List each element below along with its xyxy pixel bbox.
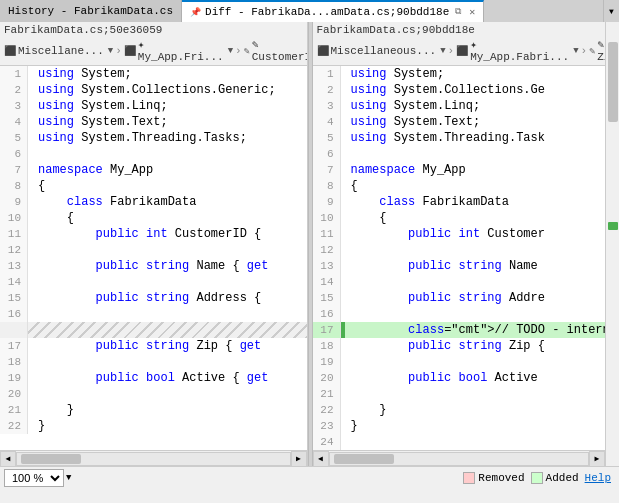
table-row: 8{ <box>313 178 606 194</box>
right-breadcrumb-zip[interactable]: ✎ ✎ Zip ▼ <box>589 38 605 63</box>
line-number: 12 <box>313 242 341 258</box>
line-content: using System.Text; <box>32 114 307 130</box>
history-tab[interactable]: History - FabrikamData.cs <box>0 0 182 22</box>
line-number: 8 <box>0 178 28 194</box>
line-content <box>345 146 606 162</box>
line-number: 4 <box>0 114 28 130</box>
help-link[interactable]: Help <box>585 472 611 484</box>
right-h-scrollbar[interactable] <box>329 452 590 466</box>
line-number: 16 <box>0 306 28 322</box>
right-breadcrumb-app[interactable]: ⬛ ✦ My_App.Fabri... ▼ <box>456 38 578 63</box>
left-breadcrumb-misc[interactable]: ⬛ Miscellane... ▼ <box>4 45 113 57</box>
line-content: public int Customer <box>345 226 606 242</box>
line-content <box>32 242 307 258</box>
misc-icon: ⬛ <box>4 45 16 57</box>
line-content <box>345 306 606 322</box>
line-number: 22 <box>0 418 28 434</box>
line-number <box>0 322 28 338</box>
tab-overflow-button[interactable]: ▼ <box>603 0 619 22</box>
line-content: class FabrikamData <box>345 194 606 210</box>
zoom-control: 100 % 50 % 75 % 125 % 150 % ▼ <box>4 469 71 487</box>
right-diff-pane: FabrikamData.cs;90bdd18e ⬛ Miscellaneous… <box>313 22 606 466</box>
line-number: 5 <box>313 130 341 146</box>
table-row: 20 public bool Active <box>313 370 606 386</box>
right-breadcrumb-sep-1: › <box>448 45 455 57</box>
right-breadcrumb-app-label: ✦ My_App.Fabri... <box>470 38 569 63</box>
line-number: 10 <box>0 210 28 226</box>
diff-view: FabrikamData.cs;50e36059 ⬛ Miscellane...… <box>0 22 619 466</box>
line-number: 23 <box>313 418 341 434</box>
table-row: 10 { <box>313 210 606 226</box>
line-content: { <box>32 178 307 194</box>
line-content: namespace My_App <box>345 162 606 178</box>
left-breadcrumb-app-dropdown[interactable]: ▼ <box>228 46 233 56</box>
left-h-scrollbar[interactable] <box>16 452 291 466</box>
right-breadcrumb-misc[interactable]: ⬛ Miscellaneous... ▼ <box>317 45 446 57</box>
line-number: 12 <box>0 242 28 258</box>
diff-tab-close[interactable]: ✕ <box>469 6 475 18</box>
vertical-scrollbar[interactable] <box>605 22 619 466</box>
table-row: 23} <box>313 418 606 434</box>
tab-bar-empty <box>484 0 603 22</box>
edit-icon-right: ✎ <box>589 45 595 57</box>
right-code-content: 1using System;2using System.Collections.… <box>313 66 606 450</box>
removed-legend-box <box>463 472 475 484</box>
line-number: 22 <box>313 402 341 418</box>
edit-icon: ✎ <box>244 45 250 57</box>
line-content: { <box>345 210 606 226</box>
chevron-down-icon: ▼ <box>609 7 614 16</box>
line-number: 6 <box>313 146 341 162</box>
line-content <box>32 322 307 338</box>
line-number: 4 <box>313 114 341 130</box>
line-number: 15 <box>0 290 28 306</box>
table-row: 16 <box>0 306 307 322</box>
added-annotation <box>608 222 618 230</box>
table-row: 18 <box>0 354 307 370</box>
line-number: 11 <box>0 226 28 242</box>
line-content <box>345 242 606 258</box>
line-number: 2 <box>313 82 341 98</box>
left-breadcrumb-app[interactable]: ⬛ ✦ My_App.Fri... ▼ <box>124 38 233 63</box>
line-number: 15 <box>313 290 341 306</box>
table-row: 14 <box>0 274 307 290</box>
diff-tab-undock[interactable]: ⧉ <box>455 7 461 17</box>
right-h-scrollbar-thumb <box>334 454 394 464</box>
left-scroll-bar[interactable]: ◀ ▶ <box>0 450 307 466</box>
right-scroll-bar[interactable]: ◀ ▶ <box>313 450 606 466</box>
app-icon: ⬛ <box>124 45 136 57</box>
diff-tab[interactable]: 📌 Diff - FabrikaDa...amData.cs;90bdd18e … <box>182 0 484 22</box>
line-number: 21 <box>313 386 341 402</box>
line-number: 24 <box>313 434 341 450</box>
zoom-select[interactable]: 100 % 50 % 75 % 125 % 150 % <box>4 469 64 487</box>
right-code-area[interactable]: 1using System;2using System.Collections.… <box>313 66 606 450</box>
line-content: } <box>32 418 307 434</box>
line-content: using System.Threading.Tasks; <box>32 130 307 146</box>
line-content: using System; <box>345 66 606 82</box>
line-content: using System.Linq; <box>345 98 606 114</box>
right-scroll-left[interactable]: ◀ <box>313 451 329 467</box>
scrollbar-thumb <box>608 42 618 122</box>
table-row <box>0 322 307 338</box>
right-breadcrumb-app-dropdown[interactable]: ▼ <box>573 46 578 56</box>
table-row: 22 } <box>313 402 606 418</box>
line-content: { <box>345 178 606 194</box>
right-breadcrumb-zip-label: ✎ Zip <box>597 38 605 63</box>
table-row: 7namespace My_App <box>313 162 606 178</box>
left-scroll-left[interactable]: ◀ <box>0 451 16 467</box>
table-row: 24 <box>313 434 606 450</box>
table-row: 3using System.Linq; <box>313 98 606 114</box>
line-number: 2 <box>0 82 28 98</box>
left-code-area[interactable]: 1using System;2using System.Collections.… <box>0 66 307 450</box>
line-content <box>32 146 307 162</box>
removed-legend-label: Removed <box>478 472 524 484</box>
right-breadcrumb-misc-dropdown[interactable]: ▼ <box>440 46 445 56</box>
diff-tab-label: Diff - FabrikaDa...amData.cs;90bdd18e <box>205 6 449 18</box>
line-number: 14 <box>313 274 341 290</box>
right-scroll-right[interactable]: ▶ <box>589 451 605 467</box>
left-breadcrumb-misc-dropdown[interactable]: ▼ <box>108 46 113 56</box>
line-content: public string Addre <box>345 290 606 306</box>
line-content: class="cmt">// TODO - internati <box>345 322 606 338</box>
left-breadcrumb-customer[interactable]: ✎ ✎ CustomerI... ▼ <box>244 38 308 63</box>
left-scroll-right[interactable]: ▶ <box>291 451 307 467</box>
line-content: public string Name { get <box>32 258 307 274</box>
